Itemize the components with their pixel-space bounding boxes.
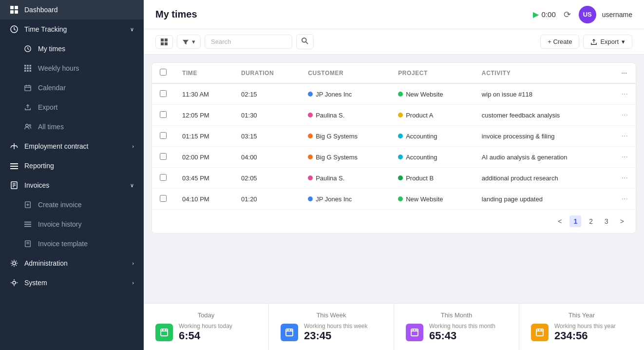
sidebar-item-system[interactable]: System ›: [0, 273, 144, 292]
sidebar-item-invoice-template[interactable]: Invoice template: [0, 234, 144, 253]
row-checkbox-2[interactable]: [160, 132, 167, 139]
chevron-down-icon2: ∨: [130, 182, 134, 189]
stat-label: This Week: [281, 311, 382, 319]
invoice-history-icon: [23, 220, 32, 229]
stats-bar: Today Working hours today 6:54 This Week…: [144, 303, 644, 350]
reporting-icon: [10, 161, 19, 170]
balance-icon: [10, 142, 19, 151]
svg-rect-48: [161, 329, 168, 336]
sidebar-item-export[interactable]: Export: [0, 97, 144, 117]
select-all-checkbox[interactable]: [160, 69, 167, 76]
sidebar-item-weekly-hours[interactable]: Weekly hours: [0, 58, 144, 78]
page-3-button[interactable]: 3: [601, 215, 612, 227]
customer-name: Paulina S.: [316, 112, 344, 119]
row-checkbox-4[interactable]: [160, 174, 167, 181]
svg-rect-3: [15, 10, 18, 14]
row-time: 11:30 AM: [174, 83, 233, 105]
col-activity: ACTIVITY: [474, 63, 614, 83]
sidebar-label-administration: Administration: [24, 259, 68, 267]
row-checkbox-1[interactable]: [160, 111, 167, 118]
stat-section-this-month: This Month Working hours this month 65:4…: [394, 304, 519, 350]
next-page-button[interactable]: >: [616, 215, 628, 227]
sidebar-item-administration[interactable]: Administration ›: [0, 253, 144, 273]
sidebar-label-calendar: Calendar: [38, 84, 66, 92]
table-view-button[interactable]: [155, 35, 173, 49]
sidebar-item-my-times[interactable]: My times: [0, 39, 144, 58]
refresh-button[interactable]: ⟳: [562, 7, 573, 22]
row-menu-button[interactable]: ···: [614, 83, 636, 105]
sidebar-item-invoices[interactable]: Invoices ∨: [0, 175, 144, 195]
chevron-right-icon3: ›: [132, 280, 134, 286]
col-time: TIME: [174, 63, 233, 83]
sidebar-item-dashboard[interactable]: Dashboard: [0, 0, 144, 19]
sidebar-item-employment-contract[interactable]: Employment contract ›: [0, 136, 144, 156]
sidebar-label-create-invoice: Create invoice: [38, 201, 82, 209]
export-chevron: ▾: [622, 38, 625, 45]
filter-button[interactable]: ▾: [177, 35, 201, 49]
row-activity: customer feedback analysis: [474, 105, 614, 126]
row-checkbox-0[interactable]: [160, 90, 167, 97]
row-duration: 02:05: [233, 168, 300, 189]
svg-rect-42: [165, 39, 168, 41]
row-menu-button[interactable]: ···: [614, 105, 636, 126]
sidebar-item-create-invoice[interactable]: Create invoice: [0, 195, 144, 214]
project-dot: [398, 113, 403, 117]
row-customer: Paulina S.: [300, 168, 390, 189]
sidebar-item-all-times[interactable]: All times: [0, 117, 144, 136]
table-row: 11:30 AM 02:15 JP Jones Inc New Website …: [152, 83, 636, 105]
clock-small-icon: [23, 44, 32, 53]
header-actions: ▶ 0:00 ⟳ US username: [533, 6, 632, 23]
row-menu-button[interactable]: ···: [614, 168, 636, 189]
row-menu-button[interactable]: ···: [614, 126, 636, 147]
svg-rect-52: [286, 329, 293, 336]
content-area: TIME DURATION CUSTOMER PROJECT ACTIVITY …: [144, 55, 644, 303]
row-menu-button[interactable]: ···: [614, 189, 636, 210]
stat-icon: [155, 324, 173, 341]
project-name: New Website: [406, 195, 443, 203]
svg-rect-9: [24, 67, 26, 69]
svg-rect-10: [27, 67, 29, 69]
row-time: 01:15 PM: [174, 126, 233, 147]
filter-icon: [182, 39, 189, 45]
row-menu-button[interactable]: ···: [614, 147, 636, 168]
svg-rect-1: [15, 6, 18, 9]
sidebar-item-calendar[interactable]: Calendar: [0, 78, 144, 97]
row-checkbox-cell: [152, 147, 174, 168]
sidebar: Dashboard Time Tracking ∨ My times Weekl…: [0, 0, 144, 350]
svg-rect-2: [10, 10, 14, 14]
export-arrow-icon: [590, 39, 597, 45]
row-time: 12:05 PM: [174, 105, 233, 126]
row-customer: JP Jones Inc: [300, 83, 390, 105]
row-time: 04:10 PM: [174, 189, 233, 210]
svg-point-39: [13, 262, 16, 265]
stat-label: This Month: [406, 311, 507, 319]
row-project: New Website: [390, 83, 474, 105]
row-checkbox-5[interactable]: [160, 195, 167, 202]
row-project: Accounting: [390, 147, 474, 168]
sidebar-item-reporting[interactable]: Reporting: [0, 156, 144, 175]
svg-rect-43: [161, 42, 164, 45]
svg-rect-14: [30, 70, 32, 72]
export-button[interactable]: Export ▾: [583, 35, 632, 49]
search-input[interactable]: [205, 35, 292, 49]
system-icon: [10, 278, 19, 287]
page-1-button[interactable]: 1: [569, 215, 581, 227]
page-2-button[interactable]: 2: [585, 215, 597, 227]
svg-rect-35: [24, 226, 31, 227]
sidebar-label-reporting: Reporting: [24, 162, 54, 170]
row-checkbox-3[interactable]: [160, 153, 167, 160]
prev-page-button[interactable]: <: [554, 215, 566, 227]
sidebar-label-employment-contract: Employment contract: [24, 142, 89, 150]
sidebar-label-invoice-history: Invoice history: [38, 220, 81, 228]
svg-rect-8: [30, 65, 32, 67]
table-row: 02:00 PM 04:00 Big G Systems Accounting …: [152, 147, 636, 168]
row-checkbox-cell: [152, 168, 174, 189]
create-button[interactable]: + Create: [540, 35, 579, 49]
sidebar-item-time-tracking[interactable]: Time Tracking ∨: [0, 19, 144, 39]
row-time: 02:00 PM: [174, 147, 233, 168]
search-button[interactable]: [296, 34, 314, 49]
sidebar-item-invoice-history[interactable]: Invoice history: [0, 214, 144, 234]
stat-label: This Year: [531, 311, 632, 319]
row-duration: 04:00: [233, 147, 300, 168]
customer-dot: [308, 196, 313, 201]
